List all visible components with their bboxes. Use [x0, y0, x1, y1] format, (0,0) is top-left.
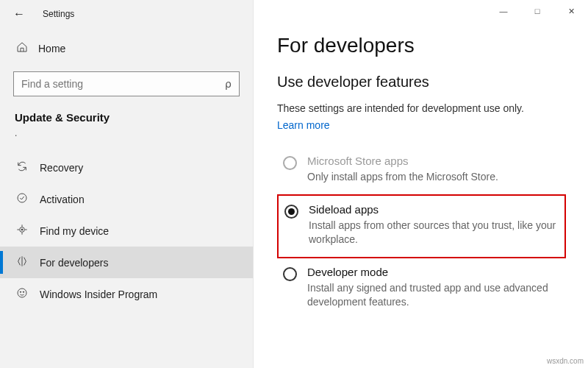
- sidebar-item-activation[interactable]: Activation: [0, 183, 253, 215]
- option-developer-mode[interactable]: Developer mode Install any signed and tr…: [277, 258, 566, 319]
- svg-point-2: [21, 229, 23, 230]
- sidebar-item-for-developers[interactable]: For developers: [0, 247, 253, 278]
- option-sideload[interactable]: Sideload apps Install apps from other so…: [277, 194, 566, 258]
- option-ms-store[interactable]: Microsoft Store apps Only install apps f…: [277, 147, 566, 194]
- svg-point-3: [18, 289, 26, 297]
- sidebar: ← Settings Home ⍴ Update & Security . Re…: [0, 0, 254, 368]
- option-title: Sideload apps: [309, 203, 559, 216]
- developers-icon: [16, 255, 28, 269]
- section-title: Use developer features: [277, 74, 566, 91]
- activation-icon: [16, 192, 28, 206]
- titlebar: ← Settings: [0, 0, 253, 28]
- search-icon[interactable]: ⍴: [225, 78, 232, 90]
- search-input[interactable]: [21, 78, 200, 90]
- home-icon: [16, 41, 28, 55]
- nav-list: Recovery Activation Find my device For d…: [0, 152, 253, 310]
- sidebar-item-recovery[interactable]: Recovery: [0, 152, 253, 183]
- category-title: Update & Security: [0, 96, 253, 128]
- intro-text: These settings are intended for developm…: [277, 102, 566, 114]
- insider-icon: [16, 287, 28, 301]
- window-controls: — □ ✕: [487, 0, 588, 22]
- minimize-button[interactable]: —: [487, 0, 520, 22]
- recovery-icon: [16, 160, 28, 174]
- find-device-icon: [16, 224, 28, 238]
- radio-icon[interactable]: [283, 156, 297, 170]
- sidebar-home[interactable]: Home: [0, 34, 253, 63]
- option-desc: Only install apps from the Microsoft Sto…: [307, 170, 498, 184]
- home-label: Home: [38, 43, 65, 54]
- nav-label: Find my device: [40, 225, 109, 237]
- svg-point-0: [18, 194, 26, 202]
- content-pane: — □ ✕ For developers Use developer featu…: [254, 0, 588, 368]
- nav-label: Recovery: [40, 162, 83, 174]
- option-desc: Install any signed and trusted app and u…: [307, 281, 560, 309]
- option-title: Developer mode: [307, 266, 560, 278]
- back-icon[interactable]: ←: [13, 7, 25, 21]
- radio-icon[interactable]: [283, 267, 297, 281]
- nav-label: For developers: [40, 257, 108, 269]
- option-title: Microsoft Store apps: [307, 155, 498, 167]
- svg-point-5: [23, 291, 24, 292]
- nav-label: Windows Insider Program: [40, 289, 157, 300]
- app-title: Settings: [43, 9, 74, 19]
- overflow-indicator: .: [0, 128, 253, 138]
- sidebar-item-find-my-device[interactable]: Find my device: [0, 215, 253, 247]
- page-title: For developers: [277, 34, 566, 57]
- search-box[interactable]: ⍴: [13, 71, 240, 96]
- learn-more-link[interactable]: Learn more: [277, 119, 330, 131]
- svg-point-4: [20, 291, 21, 292]
- maximize-button[interactable]: □: [520, 0, 554, 22]
- nav-label: Activation: [40, 194, 85, 205]
- radio-icon[interactable]: [284, 205, 298, 219]
- sidebar-item-insider[interactable]: Windows Insider Program: [0, 278, 253, 310]
- option-desc: Install apps from other sources that you…: [309, 219, 559, 247]
- watermark: wsxdn.com: [547, 357, 584, 365]
- close-button[interactable]: ✕: [554, 0, 588, 22]
